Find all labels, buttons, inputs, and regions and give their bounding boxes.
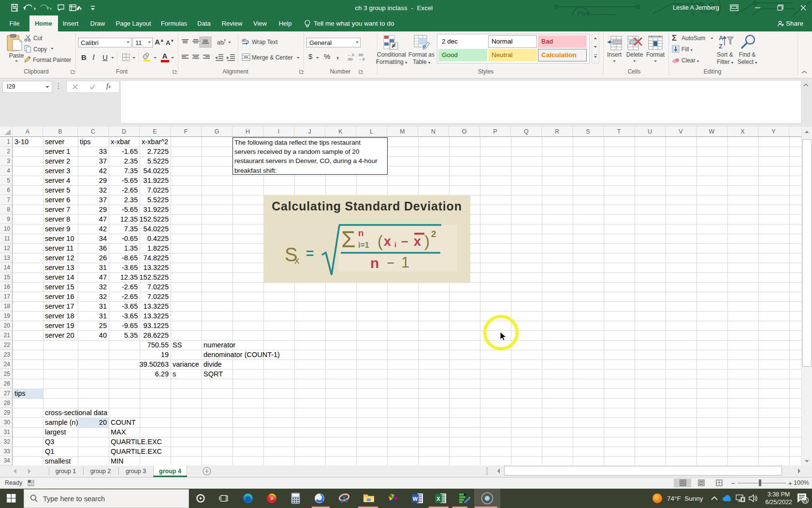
svg-text:21: 21 xyxy=(803,498,808,503)
svg-text:W: W xyxy=(413,496,418,502)
svg-text:X: X xyxy=(436,496,440,502)
